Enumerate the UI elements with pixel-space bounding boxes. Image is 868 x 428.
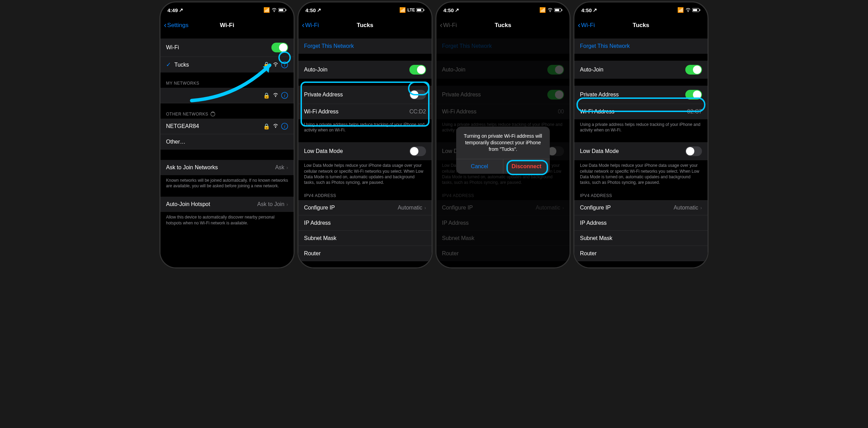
low-data-cell[interactable]: Low Data Mode [298,142,432,160]
ask-join-footer: Known networks will be joined automatica… [160,175,294,191]
netgear-cell[interactable]: NETGEAR84🔒i [160,119,294,134]
subnet-cell: Subnet Mask [298,231,432,246]
ip-address-cell: IP Address [574,215,708,231]
confirmation-modal: Turning on private Wi-Fi address will te… [456,127,550,174]
location-icon: ↗ [455,7,459,13]
hotspot-label: Auto-Join Hotspot [166,201,257,207]
battery-icon [416,7,425,13]
back-button[interactable]: ‹Wi-Fi [302,21,319,30]
low-data-cell[interactable]: Low Data Mode [574,142,708,160]
connected-network-cell[interactable]: ✓Tucks🔒i [160,57,294,72]
autojoin-toggle[interactable] [409,65,426,75]
private-address-footer: Using a private address helps reduce tra… [574,119,708,135]
svg-point-20 [688,11,689,12]
autojoin-cell[interactable]: Auto-Join [298,61,432,79]
nav-title: Tucks [633,22,649,29]
configure-value: Automatic [674,205,698,211]
private-address-toggle[interactable] [685,90,702,100]
forget-network-cell[interactable]: Forget This Network [298,38,432,54]
my-network-cell[interactable]: 🔒i [160,88,294,103]
back-button[interactable]: ‹Settings [164,21,189,30]
private-address-cell[interactable]: Private Address [298,86,432,104]
chevron-left-icon: ‹ [440,21,442,30]
configure-value: Automatic [398,205,422,211]
cellular-icon: 📶 [677,7,684,13]
nav-title: Wi-Fi [220,22,234,29]
configure-ip-cell[interactable]: Configure IPAutomatic› [298,200,432,215]
cellular-icon: 📶 [539,7,546,13]
ip-label: IP Address [304,220,426,226]
location-icon: ↗ [593,7,597,13]
modal-overlay: Turning on private Wi-Fi address will te… [436,33,570,267]
back-button[interactable]: ‹Wi-Fi [578,21,595,30]
netgear-label: NETGEAR84 [166,123,263,129]
low-data-toggle[interactable] [409,146,426,156]
info-icon[interactable]: i [281,92,288,99]
svg-rect-2 [286,9,286,11]
low-data-toggle[interactable] [685,146,702,156]
autojoin-cell[interactable]: Auto-Join [574,61,708,79]
private-address-cell[interactable]: Private Address [574,86,708,104]
time: 4:50 [581,7,592,13]
cellular-icon: 📶 [263,7,270,13]
battery-icon [278,7,287,13]
wifi-toggle[interactable] [271,43,288,52]
cancel-button[interactable]: Cancel [456,159,503,174]
notch [336,2,394,12]
ip-address-cell: IP Address [298,215,432,231]
wifi-status-icon [271,7,277,13]
wifi-address-label: Wi-Fi Address [304,109,409,115]
chevron-left-icon: ‹ [578,21,580,30]
info-icon[interactable]: i [281,61,288,68]
forget-network-cell[interactable]: Forget This Network [574,38,708,54]
svg-rect-18 [562,9,562,11]
svg-text:i: i [284,124,286,129]
spinner-icon [210,112,215,117]
notch [198,2,257,12]
wifi-label: Wi-Fi [166,44,271,51]
cellular-icon: 📶 [399,7,406,13]
configure-label: Configure IP [304,205,398,211]
router-cell: Router [298,246,432,261]
svg-point-16 [550,11,551,12]
wifi-status-icon [685,7,691,13]
wifi-address-value: CC:D2 [409,109,426,115]
router-label: Router [304,250,426,257]
private-address-label: Private Address [304,92,409,98]
svg-point-4 [275,65,276,66]
wifi-toggle-cell[interactable]: Wi-Fi [160,38,294,57]
wifi-signal-icon [273,123,278,129]
low-data-label: Low Data Mode [304,148,409,154]
network-type: LTE [407,8,415,12]
ask-join-cell[interactable]: Ask to Join NetworksAsk› [160,160,294,175]
svg-point-7 [275,96,276,97]
info-icon[interactable]: i [281,123,288,130]
wifi-address-cell: Wi-Fi AddressCC:D2 [298,104,432,119]
phone-screen-3: 4:50↗ 📶 ‹Wi-Fi Tucks Forget This Network… [435,1,571,268]
hotspot-value: Ask to Join [257,201,284,207]
check-icon: ✓ [166,61,171,68]
content: Wi-Fi ✓Tucks🔒i MY NETWORKS 🔒i OTHER NETW… [160,33,294,267]
back-label: Settings [167,22,188,29]
battery-icon [692,7,701,13]
back-button[interactable]: ‹Wi-Fi [440,21,457,30]
svg-rect-14 [424,9,424,11]
configure-ip-cell[interactable]: Configure IPAutomatic› [574,200,708,215]
autojoin-toggle[interactable] [685,65,702,75]
nav-title: Tucks [495,22,511,29]
private-address-toggle[interactable] [409,90,426,100]
chevron-right-icon: › [700,205,702,211]
notch [474,2,532,12]
chevron-right-icon: › [424,205,426,211]
hotspot-cell[interactable]: Auto-Join HotspotAsk to Join› [160,197,294,212]
svg-rect-23 [693,9,697,11]
lock-icon: 🔒 [263,61,270,68]
nav-bar: ‹Wi-Fi Tucks [574,18,708,33]
location-icon: ↗ [179,7,183,13]
disconnect-button[interactable]: Disconnect [503,159,550,174]
wifi-address-cell: Wi-Fi Address02:C7 [574,104,708,119]
other-cell[interactable]: Other… [160,134,294,149]
content: Forget This Network Auto-Join Private Ad… [574,33,708,267]
configure-label: Configure IP [580,205,674,211]
wifi-address-label: Wi-Fi Address [580,109,687,115]
